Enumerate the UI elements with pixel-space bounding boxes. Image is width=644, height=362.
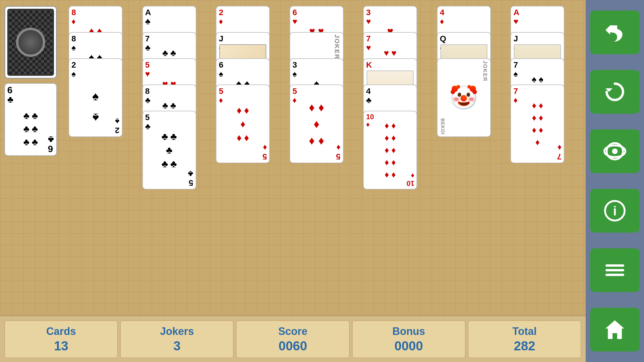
card-center: ♣♣ ♣♣ ♣♣ — [7, 104, 54, 154]
card-tl: 4♦ — [440, 8, 444, 26]
menu-icon — [603, 259, 626, 282]
bonus-value: 0000 — [394, 339, 423, 353]
card-tl: 8♦ — [71, 8, 76, 26]
total-value: 282 — [514, 339, 535, 353]
card-joker2[interactable]: JOKER BEKOI 🤡 — [437, 58, 491, 137]
card-tl: 6♠ — [219, 61, 223, 79]
action-buttons-panel: i — [586, 0, 644, 362]
jokers-label: Jokers — [160, 325, 194, 338]
status-bar: Cards 13 Jokers 3 Score 0060 Bonus 0000 … — [0, 315, 586, 362]
jokers-status: Jokers 3 — [120, 320, 234, 358]
total-label: Total — [512, 325, 537, 338]
card-tl: A♥ — [513, 8, 519, 26]
cards-label: Cards — [46, 325, 76, 338]
svg-point-3 — [612, 148, 617, 154]
hint-button[interactable] — [590, 129, 640, 173]
svg-rect-8 — [606, 274, 624, 276]
card-br: 10♦ — [407, 172, 414, 187]
card-10d[interactable]: 10♦ ♦♦ ♦♦ ♦♦ ♦♦ ♦♦ 10♦ — [363, 111, 417, 189]
bonus-label: Bonus — [392, 325, 425, 338]
column-6: 4♦ ♦♦ ♦♦ 4♦ Q♣ 👸 Q♣ JOKER — [437, 6, 508, 189]
card-br: 6 ♣ — [48, 135, 54, 154]
game-area: 6 ♣ ♣♣ ♣♣ ♣♣ 6 ♣ — [0, 0, 586, 362]
card-tl: 10♦ — [366, 113, 374, 129]
card-br: 5♦ — [262, 143, 267, 161]
card-tl: 5♣ — [145, 113, 150, 131]
column-3: 2♦ ♦ ♦ 2♦ J♣ 🃏 J♣ 6♠ ♠♠ — [216, 6, 287, 189]
stock-card-6c[interactable]: 6 ♣ ♣♣ ♣♣ ♣♣ 6 ♣ — [4, 83, 57, 156]
card-br: 5♣ — [188, 169, 193, 187]
card-5d[interactable]: 5♦ ♦♦ ♦ ♦♦ 5♦ — [216, 85, 270, 163]
cards-value: 13 — [54, 339, 68, 353]
card-tl: 5♦ — [219, 87, 223, 105]
card-br: 2♠ — [115, 117, 120, 135]
column-1: 8♦ ♦♦ ♦♦ ♦♦ 8♦ 8♠ ♠♠ ♠♠ ♠♠ — [69, 6, 139, 189]
card-tl: 6 ♣ — [7, 85, 54, 104]
card-tl: 5♥ — [145, 61, 150, 79]
card-tl: 8♣ — [145, 87, 150, 105]
card-back-circle — [16, 28, 45, 57]
jokers-value: 3 — [174, 339, 181, 353]
cards-status: Cards 13 — [4, 320, 118, 358]
stock-area: 6 ♣ ♣♣ ♣♣ ♣♣ 6 ♣ — [4, 6, 66, 156]
card-tl: 4♣ — [366, 87, 371, 105]
info-icon: i — [603, 199, 626, 222]
undo-button[interactable] — [590, 10, 640, 54]
card-br: 7♦ — [557, 143, 562, 161]
card-tl: 7♠ — [513, 61, 518, 79]
card-tl: 7♥ — [366, 34, 371, 52]
score-status: Score 0060 — [236, 320, 349, 358]
card-tl: 7♣ — [145, 34, 150, 52]
total-status: Total 282 — [468, 320, 581, 358]
column-5: 3♥ ♥♥♥ 3♥ 7♥ ♥♥ ♥♥ ♥♥ ♥ 7♥ — [363, 6, 434, 189]
card-5c[interactable]: 5♣ ♣♣ ♣ ♣♣ 5♣ — [142, 111, 196, 189]
columns-area: 8♦ ♦♦ ♦♦ ♦♦ 8♦ 8♠ ♠♠ ♠♠ ♠♠ — [69, 6, 581, 189]
card-tl: 2♦ — [219, 8, 223, 26]
menu-button[interactable] — [590, 248, 640, 292]
column-7: A♥ ♥ A♥ J♠ ♟ J♠ 7♠ ♠♠ ♠♠ — [510, 6, 581, 189]
card-tl: A♣ — [145, 8, 151, 26]
svg-rect-7 — [606, 269, 624, 271]
svg-text:i: i — [613, 204, 617, 218]
card-tl: 3♠ — [293, 61, 297, 79]
svg-rect-6 — [606, 264, 624, 267]
column-2: A♣ ♟ A♣ 7♣ ♣♣ ♣♣ ♣♣ ♣ 7♣ 5 — [142, 6, 213, 189]
card-7d[interactable]: 7♦ ♦♦ ♦♦ ♦♦ ♦ 7♦ — [510, 85, 564, 163]
card-2s[interactable]: 2♠ ♠ ♠ 2♠ — [69, 58, 123, 137]
game-table: 6 ♣ ♣♣ ♣♣ ♣♣ 6 ♣ — [0, 0, 586, 315]
home-button[interactable] — [590, 308, 640, 352]
eye-icon — [603, 140, 626, 163]
card-tl: 6♥ — [293, 8, 298, 26]
deck-pile[interactable] — [4, 6, 57, 79]
bonus-status: Bonus 0000 — [352, 320, 466, 358]
column-4: 6♥ ♥♥ ♥♥ ♥♥ 6♥ JOKER 🃏 3♠ — [290, 6, 360, 189]
card-tl: 2♠ — [71, 61, 76, 79]
card-br: 5♦ — [336, 143, 341, 161]
undo-icon — [603, 21, 626, 44]
home-icon — [603, 318, 626, 341]
score-value: 0060 — [279, 339, 307, 353]
card-tl: 8♠ — [71, 34, 76, 52]
restart-button[interactable] — [590, 70, 640, 114]
card-tl: 7♦ — [513, 87, 518, 105]
info-button[interactable]: i — [590, 189, 640, 233]
card-tl: 5♦ — [293, 87, 297, 105]
restart-icon — [603, 80, 626, 103]
card-tl: 3♥ — [366, 8, 371, 26]
card-5d2[interactable]: 5♦ ♦♦ ♦ ♦♦ 5♦ — [290, 85, 344, 163]
score-label: Score — [278, 325, 307, 338]
card-back-design — [7, 9, 54, 76]
svg-marker-9 — [606, 320, 624, 339]
